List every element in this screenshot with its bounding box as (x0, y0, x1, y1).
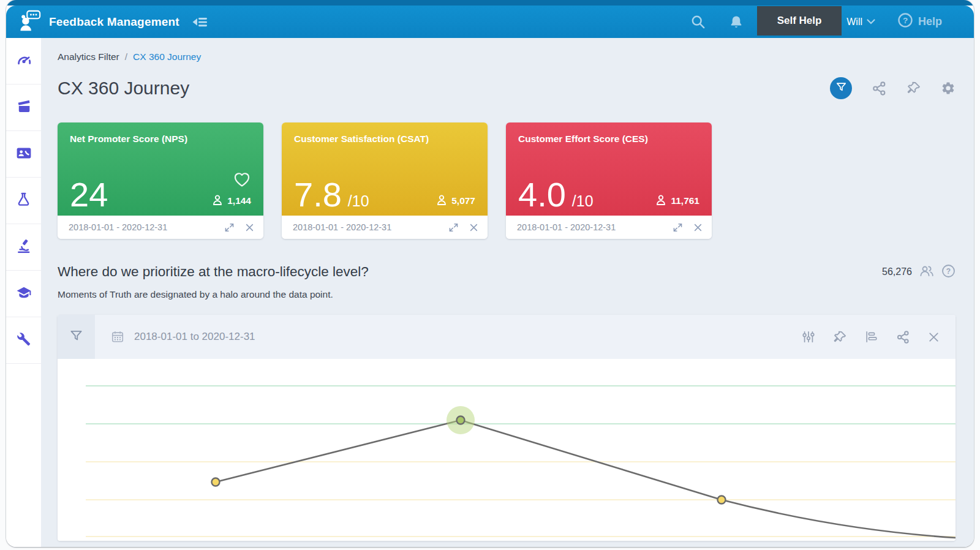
expand-icon[interactable] (224, 222, 235, 233)
date-range-filter[interactable]: 2018-01-01 to 2020-12-31 (111, 330, 255, 344)
help-label: Help (918, 15, 942, 28)
sliders-icon[interactable] (802, 330, 815, 344)
kpi-card-csat: Customer Satisfaction (CSAT) 7.8 /10 5,0… (282, 122, 488, 239)
heart-icon[interactable] (233, 170, 251, 187)
kpi-card-title: Net Promoter Score (NPS) (70, 134, 251, 145)
kpi-value: 4.0 (518, 178, 566, 212)
expand-icon[interactable] (448, 222, 459, 233)
sidebar-item-tools[interactable] (6, 317, 41, 364)
user-name: Will (846, 17, 862, 28)
chevron-down-icon (867, 19, 875, 24)
svg-text:?: ? (903, 16, 908, 25)
kpi-date-range: 2018-01-01 - 2020-12-31 (69, 222, 214, 232)
help-button[interactable]: ? Help (897, 12, 942, 31)
kpi-respondents: 11,761 (671, 195, 699, 206)
chart-toolbar: 2018-01-01 to 2020-12-31 (58, 315, 956, 359)
bell-icon[interactable] (729, 15, 744, 29)
breadcrumb-separator: / (125, 51, 127, 62)
help-circle-icon: ? (897, 12, 913, 31)
self-help-tooltip: Self Help (757, 6, 842, 36)
close-icon[interactable] (245, 223, 254, 232)
expand-icon[interactable] (673, 222, 683, 233)
sidebar-item-learning[interactable] (6, 271, 41, 317)
microscope-icon (16, 238, 32, 257)
page-actions (830, 77, 956, 99)
funnel-icon (69, 329, 83, 345)
breadcrumb-current[interactable]: CX 360 Journey (133, 51, 201, 62)
svg-text:?: ? (946, 266, 951, 275)
collapse-menu-icon[interactable] (192, 16, 208, 28)
sidebar-item-experiments[interactable] (6, 178, 41, 224)
share-icon[interactable] (896, 330, 910, 344)
flask-icon (16, 192, 31, 209)
filter-funnel-icon (835, 81, 847, 96)
kpi-date-range: 2018-01-01 - 2020-12-31 (517, 222, 662, 232)
close-icon[interactable] (469, 223, 478, 232)
date-range-text: 2018-01-01 to 2020-12-31 (134, 331, 255, 343)
person-icon (436, 194, 447, 208)
journey-line-chart-svg[interactable] (58, 359, 956, 541)
kpi-date-range: 2018-01-01 - 2020-12-31 (293, 222, 438, 232)
sidebar-item-sessions[interactable] (6, 85, 41, 131)
gear-icon[interactable] (941, 81, 956, 96)
graduation-cap-icon (16, 285, 32, 303)
sidebar-item-research[interactable] (6, 224, 41, 271)
app-window: Feedback Management W (6, 0, 974, 547)
app-title: Feedback Management (49, 15, 179, 29)
section-heading: Where do we prioritize at the macro-life… (58, 264, 882, 280)
kpi-cards-row: Net Promoter Score (NPS) 24 1, (58, 122, 956, 239)
people-icon (919, 263, 935, 281)
pin-icon[interactable] (907, 81, 921, 96)
kpi-respondents: 1,144 (227, 195, 251, 206)
sidebar-item-dashboard[interactable] (6, 38, 41, 85)
kpi-card-title: Customer Satisfaction (CSAT) (294, 134, 475, 145)
wrench-icon (16, 331, 31, 349)
journey-line-chart (58, 359, 956, 541)
search-icon[interactable] (690, 14, 706, 29)
kpi-respondents: 5,077 (451, 195, 475, 206)
page-title: CX 360 Journey (58, 75, 830, 102)
data-point[interactable] (718, 496, 726, 504)
kpi-suffix: /10 (348, 192, 369, 210)
breadcrumb: Analytics Filter / CX 360 Journey (58, 51, 956, 62)
sidebar-item-contacts[interactable] (6, 131, 41, 178)
data-point[interactable] (457, 416, 465, 424)
user-menu[interactable]: Will (846, 17, 875, 28)
top-navigation-bar: Feedback Management W (6, 6, 974, 38)
kpi-card-nps: Net Promoter Score (NPS) 24 1, (58, 122, 263, 239)
section-subtext: Moments of Truth are designated by a hal… (58, 289, 956, 300)
sidebar-navigation (6, 38, 41, 547)
data-point[interactable] (212, 478, 220, 486)
share-icon[interactable] (872, 81, 887, 96)
person-icon (655, 194, 666, 208)
breadcrumb-parent[interactable]: Analytics Filter (58, 51, 119, 62)
clapperboard-icon (16, 99, 31, 116)
journey-chart-panel: 2018-01-01 to 2020-12-31 (58, 315, 956, 541)
chart-filter-tab[interactable] (58, 315, 95, 359)
close-icon[interactable] (693, 223, 703, 232)
kpi-suffix: /10 (572, 192, 594, 210)
person-icon (212, 194, 223, 208)
pin-icon[interactable] (833, 330, 847, 344)
app-logo: Feedback Management (18, 9, 208, 35)
kpi-card-ces: Customer Effort Score (CES) 4.0 /10 11,7… (506, 122, 712, 239)
calendar-icon (111, 330, 124, 344)
kpi-card-title: Customer Effort Score (CES) (518, 134, 699, 145)
chart-toolbar-actions (802, 330, 956, 344)
main-content: Analytics Filter / CX 360 Journey CX 360… (41, 38, 974, 547)
kpi-value: 24 (70, 178, 108, 212)
gauge-icon (16, 52, 32, 70)
contact-card-icon (16, 145, 32, 164)
window-top-strip (6, 0, 974, 6)
respondent-count: 56,276 (882, 266, 912, 277)
bar-chart-icon[interactable] (865, 330, 878, 344)
journey-line (216, 420, 956, 538)
question-circle-icon[interactable]: ? (941, 264, 956, 281)
kpi-value: 7.8 (294, 178, 342, 212)
filter-button[interactable] (830, 77, 852, 99)
feedback-logo-icon (18, 9, 42, 35)
close-icon[interactable] (928, 331, 940, 343)
